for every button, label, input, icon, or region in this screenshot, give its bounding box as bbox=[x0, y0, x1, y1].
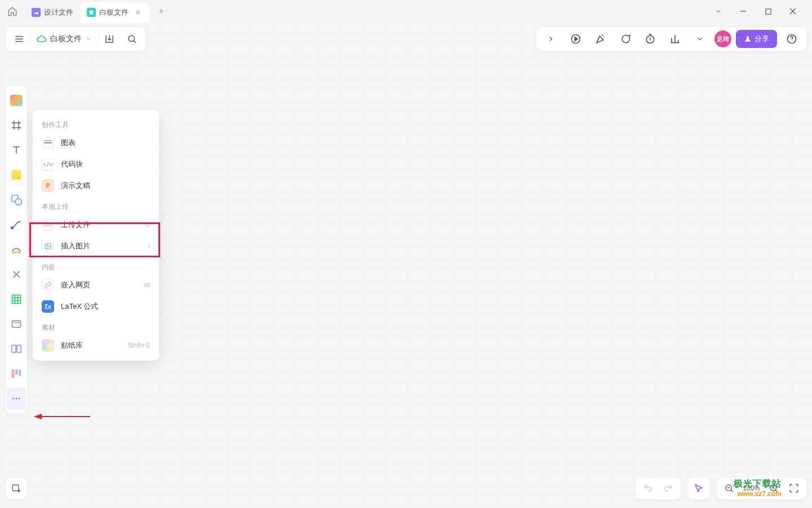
menu-label: LaTeX 公式 bbox=[61, 301, 98, 312]
text-tool[interactable] bbox=[7, 139, 26, 161]
help-button[interactable] bbox=[782, 29, 802, 49]
more-tools-button[interactable] bbox=[7, 387, 26, 410]
zoom-level[interactable]: 100% bbox=[740, 484, 762, 492]
vote-button[interactable] bbox=[665, 29, 685, 49]
menu-label: 演示文稿 bbox=[61, 181, 90, 191]
comment-button[interactable] bbox=[615, 29, 636, 49]
tab-whiteboard-file[interactable]: 白板文件 ✕ bbox=[80, 2, 149, 23]
template-tool[interactable] bbox=[7, 89, 26, 112]
sigma-icon: Σx bbox=[42, 300, 54, 313]
shape-tool[interactable] bbox=[7, 189, 26, 211]
svg-point-21 bbox=[46, 244, 47, 246]
close-icon[interactable]: ✕ bbox=[134, 8, 142, 16]
home-button[interactable] bbox=[0, 0, 25, 23]
kanban-tool[interactable] bbox=[7, 362, 26, 385]
bottom-right-toolbar: 100% bbox=[636, 478, 806, 499]
shortcut-label: Shift+S bbox=[128, 341, 150, 349]
tab-label: 设计文件 bbox=[44, 7, 73, 17]
menu-latex[interactable]: Σx LaTeX 公式 bbox=[33, 296, 159, 317]
menu-stickers[interactable]: 贴纸库 Shift+S bbox=[33, 335, 159, 356]
section-tool[interactable] bbox=[7, 313, 26, 335]
tab-label: 白板文件 bbox=[99, 7, 129, 17]
svg-rect-11 bbox=[12, 321, 21, 327]
menu-upload-file[interactable]: 上传文件 U bbox=[33, 214, 159, 235]
zoom-in-button[interactable] bbox=[765, 479, 783, 497]
chart-icon bbox=[42, 137, 54, 149]
image-icon bbox=[42, 240, 54, 252]
pen-tool[interactable] bbox=[7, 238, 26, 261]
undo-button[interactable] bbox=[639, 479, 657, 497]
section-embed: 内嵌 bbox=[33, 257, 159, 274]
sticker-icon bbox=[42, 339, 54, 352]
menu-chart[interactable]: 图表 bbox=[33, 132, 159, 154]
minimize-button[interactable] bbox=[731, 0, 756, 23]
tool-rail bbox=[6, 86, 27, 413]
presentation-icon: P bbox=[42, 179, 54, 192]
svg-rect-6 bbox=[12, 170, 21, 180]
svg-point-17 bbox=[12, 398, 14, 400]
svg-rect-13 bbox=[17, 345, 21, 353]
search-button[interactable] bbox=[121, 28, 143, 50]
menu-label: 嵌入网页 bbox=[61, 280, 90, 290]
svg-point-25 bbox=[18, 490, 20, 492]
avatar[interactable]: 足玮 bbox=[714, 30, 731, 47]
section-creative-tools: 创作工具 bbox=[33, 115, 159, 132]
maximize-button[interactable] bbox=[756, 0, 780, 23]
tab-design-file[interactable]: 设计文件 bbox=[25, 2, 80, 23]
window-controls bbox=[731, 0, 805, 23]
link-icon bbox=[42, 279, 54, 291]
menu-label: 代码块 bbox=[61, 159, 83, 169]
redo-button[interactable] bbox=[659, 479, 677, 497]
tabstrip: 设计文件 白板文件 ✕ bbox=[0, 0, 170, 23]
celebrate-button[interactable] bbox=[590, 29, 611, 49]
sticky-tool[interactable] bbox=[7, 164, 26, 186]
svg-rect-1 bbox=[765, 8, 770, 14]
menu-codeblock[interactable]: </> 代码块 bbox=[33, 154, 159, 175]
design-file-icon bbox=[32, 8, 41, 17]
timer-button[interactable] bbox=[640, 29, 660, 49]
close-window-button[interactable] bbox=[780, 0, 805, 23]
svg-point-2 bbox=[129, 36, 135, 42]
cursor-button[interactable] bbox=[690, 479, 708, 497]
menu-label: 插入图片 bbox=[61, 241, 90, 251]
collapse-chevron-button[interactable] bbox=[541, 29, 561, 49]
shortcut-label: I bbox=[148, 242, 150, 250]
canvas-area[interactable]: 白板文件 足玮 bbox=[0, 23, 812, 508]
new-tab-button[interactable] bbox=[152, 2, 170, 20]
zoom-out-button[interactable] bbox=[720, 479, 738, 497]
window-dropdown-button[interactable] bbox=[706, 0, 731, 23]
history-card bbox=[636, 478, 681, 499]
share-label: 分享 bbox=[754, 34, 769, 44]
filename-label: 白板文件 bbox=[50, 34, 82, 44]
svg-rect-24 bbox=[12, 485, 19, 491]
menu-embed-web[interactable]: 嵌入网页 W bbox=[33, 274, 159, 296]
table-tool[interactable] bbox=[7, 288, 26, 310]
menu-label: 图表 bbox=[61, 138, 76, 148]
export-button[interactable] bbox=[98, 28, 121, 50]
annotation-arrow bbox=[34, 414, 90, 419]
cursor-mode-card bbox=[687, 478, 710, 499]
menu-presentation[interactable]: P 演示文稿 bbox=[33, 175, 159, 196]
mindmap-tool[interactable] bbox=[7, 263, 26, 286]
play-preview-button[interactable] bbox=[566, 29, 586, 49]
shortcut-label: U bbox=[145, 221, 150, 229]
svg-rect-0 bbox=[90, 11, 94, 15]
layers-panel-button[interactable] bbox=[6, 478, 27, 499]
frame-tool[interactable] bbox=[7, 114, 26, 137]
stickers-tool[interactable] bbox=[7, 338, 26, 360]
shortcut-label: W bbox=[144, 281, 150, 289]
section-assets: 素材 bbox=[33, 317, 159, 335]
filename-dropdown[interactable]: 白板文件 bbox=[31, 34, 98, 44]
menu-label: 上传文件 bbox=[61, 220, 90, 230]
svg-point-18 bbox=[16, 398, 17, 400]
upload-icon bbox=[42, 218, 54, 231]
menu-insert-image[interactable]: 插入图片 I bbox=[33, 235, 159, 257]
svg-rect-10 bbox=[12, 295, 21, 304]
avatar-initials: 足玮 bbox=[717, 35, 729, 43]
fit-screen-button[interactable] bbox=[785, 479, 803, 497]
collab-toolbar: 足玮 分享 bbox=[536, 27, 806, 51]
main-menu-button[interactable] bbox=[8, 28, 30, 50]
connector-tool[interactable] bbox=[7, 213, 26, 236]
more-toolbar-button[interactable] bbox=[690, 29, 710, 49]
share-button[interactable]: 分享 bbox=[736, 30, 777, 48]
